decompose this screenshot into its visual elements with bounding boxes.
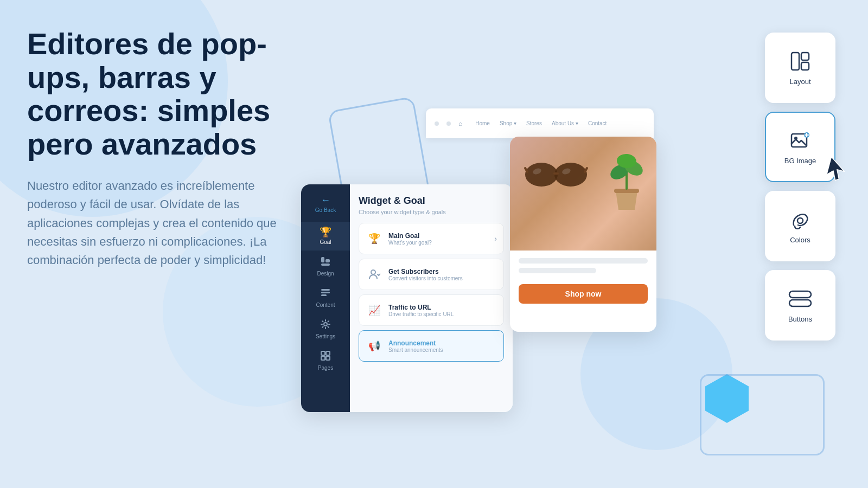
product-body: Shop now	[510, 251, 656, 311]
buttons-label: Buttons	[788, 315, 812, 323]
home-icon: ⌂	[458, 120, 462, 127]
svg-rect-5	[321, 294, 327, 296]
goal-name-main: Main Goal	[388, 232, 489, 240]
sidebar-design-label: Design	[317, 271, 334, 277]
product-line-1	[519, 258, 648, 264]
goal-item-traffic[interactable]: 📈 Traffic to URL Drive traffic to specif…	[359, 294, 504, 326]
svg-rect-10	[326, 356, 330, 360]
svg-rect-1	[326, 259, 330, 262]
goal-desc-main: What's your goal?	[388, 240, 489, 246]
svg-rect-34	[789, 300, 811, 306]
nav-contact[interactable]: Contact	[588, 120, 607, 126]
go-back-label: Go Back	[315, 207, 336, 213]
svg-rect-3	[321, 289, 330, 291]
svg-point-12	[525, 163, 558, 187]
product-card: Shop now	[510, 137, 656, 332]
browser-dot-1	[435, 121, 439, 126]
layout-icon	[789, 50, 811, 72]
sidebar-item-content[interactable]: Content	[301, 282, 350, 313]
product-image	[510, 137, 656, 251]
colors-icon	[789, 209, 811, 230]
sidebar-settings-label: Settings	[316, 333, 335, 339]
bg-image-label: BG Image	[784, 157, 816, 165]
goal-desc-traffic: Drive traffic to specific URL	[388, 311, 497, 317]
deco-rect-bottom-right	[700, 374, 825, 455]
go-back-button[interactable]: ← Go Back	[301, 190, 350, 219]
panel-card-layout[interactable]: Layout	[765, 33, 835, 103]
design-icon	[320, 256, 331, 268]
content-icon	[320, 287, 331, 300]
goal-icon-subscribers	[366, 266, 383, 283]
main-title: Editores de pop-ups, barras y correos: s…	[27, 27, 298, 160]
plant-svg	[608, 142, 646, 213]
goal-desc-announcement: Smart announcements	[388, 347, 497, 353]
goal-text-announcement: Announcement Smart announcements	[388, 339, 497, 353]
svg-line-15	[525, 168, 527, 172]
goal-icon-main: 🏆	[366, 230, 383, 247]
svg-rect-25	[801, 53, 809, 60]
back-icon: ←	[321, 195, 330, 205]
right-panel: Layout BG Image Colors Buttons	[765, 33, 835, 341]
subtitle: Nuestro editor avanzado es increíblement…	[27, 177, 298, 269]
goal-name-announcement: Announcement	[388, 339, 497, 347]
nav-shop[interactable]: Shop ▾	[500, 120, 516, 126]
sidebar-item-pages[interactable]: Pages	[301, 345, 350, 376]
editor-mockup: ← Go Back 🏆 Goal Design Content Settings	[301, 184, 513, 412]
svg-line-16	[585, 168, 587, 172]
buttons-icon	[788, 288, 812, 310]
goal-icon-traffic: 📈	[366, 301, 383, 319]
panel-card-colors[interactable]: Colors	[765, 191, 835, 261]
svg-rect-33	[789, 291, 811, 298]
sidebar-item-goal[interactable]: 🏆 Goal	[301, 222, 350, 251]
svg-rect-2	[321, 264, 330, 266]
svg-rect-8	[326, 351, 330, 355]
sunglasses-svg	[521, 147, 591, 196]
product-line-2	[519, 268, 596, 273]
sidebar-content-label: Content	[316, 302, 335, 308]
editor-title: Widget & Goal	[359, 195, 504, 207]
svg-rect-4	[321, 292, 330, 293]
sidebar-pages-label: Pages	[318, 365, 333, 371]
left-section: Editores de pop-ups, barras y correos: s…	[27, 27, 298, 269]
svg-rect-0	[321, 257, 324, 262]
goal-text-traffic: Traffic to URL Drive traffic to specific…	[388, 304, 497, 317]
settings-icon	[320, 319, 331, 331]
goal-icon-announcement: 📢	[366, 337, 383, 355]
goal-desc-subscribers: Convert visitors into customers	[388, 275, 497, 281]
goal-item-subscribers[interactable]: Get Subscribers Convert visitors into cu…	[359, 259, 504, 290]
svg-point-6	[324, 323, 327, 326]
goal-name-subscribers: Get Subscribers	[388, 268, 497, 275]
browser-dot-2	[446, 121, 451, 126]
sidebar-goal-label: Goal	[320, 239, 331, 245]
layout-label: Layout	[789, 78, 810, 86]
browser-nav: Home Shop ▾ Stores About Us ▾ Contact	[475, 120, 607, 126]
nav-about[interactable]: About Us ▾	[552, 120, 578, 126]
goal-item-main[interactable]: 🏆 Main Goal What's your goal? ›	[359, 223, 504, 254]
browser-mockup: ⌂ Home Shop ▾ Stores About Us ▾ Contact	[426, 108, 654, 138]
goal-text-main: Main Goal What's your goal?	[388, 232, 489, 246]
editor-subtitle: Choose your widget type & goals	[359, 209, 504, 215]
svg-rect-26	[801, 62, 809, 70]
svg-rect-24	[792, 53, 799, 70]
goal-icon: 🏆	[320, 227, 331, 237]
nav-stores[interactable]: Stores	[526, 120, 542, 126]
svg-point-32	[797, 218, 803, 223]
sidebar-item-settings[interactable]: Settings	[301, 313, 350, 345]
pages-icon	[320, 350, 331, 363]
goal-name-traffic: Traffic to URL	[388, 304, 497, 311]
bg-image-icon	[789, 130, 811, 151]
colors-label: Colors	[790, 236, 810, 244]
sidebar-item-design[interactable]: Design	[301, 251, 350, 282]
shop-now-button[interactable]: Shop now	[519, 284, 648, 304]
editor-main: Widget & Goal Choose your widget type & …	[350, 184, 513, 412]
svg-rect-9	[321, 356, 325, 360]
svg-point-13	[554, 163, 587, 187]
panel-card-buttons[interactable]: Buttons	[765, 270, 835, 341]
goal-chevron-main: ›	[494, 234, 497, 243]
nav-home[interactable]: Home	[475, 120, 490, 126]
goal-item-announcement[interactable]: 📢 Announcement Smart announcements	[359, 330, 504, 362]
editor-sidebar: ← Go Back 🏆 Goal Design Content Settings	[301, 184, 350, 412]
goal-text-subscribers: Get Subscribers Convert visitors into cu…	[388, 268, 497, 281]
svg-rect-7	[321, 351, 325, 355]
svg-point-11	[371, 270, 375, 274]
